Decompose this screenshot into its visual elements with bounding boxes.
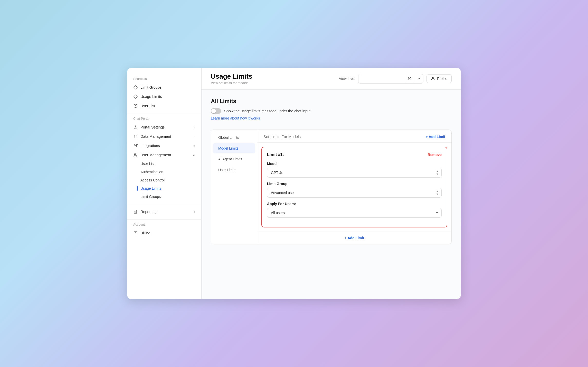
limit-group-select[interactable]: Advanced use Basic use Power user Standa… [267,188,442,198]
diamond-icon [133,85,138,90]
model-form-group: Model: GPT-4o GPT-4 GPT-3.5 Turbo Claude… [267,162,442,178]
sidebar-item-reporting[interactable]: Reporting › [127,207,201,216]
receipt-icon [133,231,138,235]
tab-user-limits[interactable]: User Limits [213,165,255,175]
limits-content: Set Limits For Models + Add Limit Limit … [257,130,451,244]
tab-model-limits[interactable]: Model Limits [213,143,255,153]
toggle-switch[interactable] [211,108,221,114]
sidebar-item-user-list[interactable]: User List [127,101,201,111]
sidebar-divider-3 [127,219,201,220]
chat-portal-label: Chat Portal [127,117,201,121]
svg-rect-5 [135,211,136,213]
model-select[interactable]: GPT-4o GPT-4 GPT-3.5 Turbo Claude 3 Gemi… [267,168,442,178]
svg-rect-4 [134,212,135,213]
chevron-right-icon-2: › [194,135,195,138]
sidebar-item-label: User List [140,104,155,108]
sub-item-label: Usage Limits [140,186,161,190]
tools-icon [133,143,138,148]
shortcuts-label: Shortcuts [127,77,201,81]
sidebar-item-data-management[interactable]: Data Management › [127,132,201,141]
svg-point-1 [135,127,136,128]
limits-content-header: Set Limits For Models + Add Limit [257,130,451,143]
remove-button[interactable]: Remove [428,153,442,157]
sidebar-item-portal-settings[interactable]: Portal Settings › [127,123,201,132]
view-live-input-group [358,74,423,84]
users-icon [133,153,138,157]
view-live-external-button[interactable] [405,74,414,83]
sidebar-item-user-management[interactable]: User Management ⌄ [127,150,201,160]
limit-number: Limit #1: [267,152,284,157]
view-live-dropdown-button[interactable] [414,74,423,83]
sidebar-item-label: Usage Limits [140,95,162,99]
sub-item-label: User List [140,162,155,166]
sidebar-sub-item-user-list[interactable]: User List [127,160,201,168]
header-title-group: Usage Limits View set limits for models [211,72,252,85]
sidebar-item-label: Data Management [140,134,171,139]
limit-card-1: Limit #1: Remove Model: GPT-4o GPT-4 GPT… [261,147,447,227]
sidebar-item-billing[interactable]: Billing [127,228,201,238]
sub-item-label: Limit Groups [140,195,161,199]
limits-tabs: Global Limits Model Limits AI Agent Limi… [211,130,257,244]
sidebar-sub-item-authentication[interactable]: Authentication [127,168,201,176]
gear-icon [133,125,138,130]
svg-point-2 [134,135,137,136]
clock-icon [133,104,138,108]
svg-rect-6 [136,210,137,213]
toggle-knob [211,109,216,113]
limits-content-title: Set Limits For Models [263,134,301,139]
account-label: Account [127,223,201,226]
sidebar-item-label: Portal Settings [140,125,165,129]
chevron-right-icon-3: › [194,144,195,148]
apply-for-form-group: Apply For Users: All users Admin only Sp… [267,202,442,218]
sidebar-item-label: User Management [140,153,171,157]
toggle-label: Show the usage limits message under the … [224,109,310,113]
tab-ai-agent-limits[interactable]: AI Agent Limits [213,154,255,164]
sidebar-item-label: Reporting [140,210,157,214]
limit-group-label: Limit Group [267,182,442,186]
learn-more-link[interactable]: Learn more about how it works [211,116,260,120]
add-limit-header-button[interactable]: + Add Limit [426,135,445,139]
model-select-wrapper: GPT-4o GPT-4 GPT-3.5 Turbo Claude 3 Gemi… [267,168,442,178]
sidebar-item-integrations[interactable]: Integrations › [127,141,201,150]
svg-point-3 [135,154,136,155]
page-body: All Limits Show the usage limits message… [202,90,461,299]
chart-icon [133,209,138,214]
diamond-icon-2 [133,94,138,99]
sidebar-sub-item-limit-groups[interactable]: Limit Groups [127,192,201,201]
bottom-add-limit-button[interactable]: + Add Limit [345,236,364,240]
main-content: Usage Limits View set limits for models … [202,68,461,299]
section-title: All Limits [211,98,452,105]
svg-point-8 [432,77,434,79]
view-live-label: View Live: [339,77,355,81]
profile-label: Profile [437,77,447,81]
sidebar-sub-item-access-control[interactable]: Access Control [127,176,201,184]
apply-for-label: Apply For Users: [267,202,442,206]
sidebar-item-limit-groups[interactable]: Limit Groups [127,83,201,92]
toggle-row: Show the usage limits message under the … [211,108,452,114]
page-subtitle: View set limits for models [211,81,252,85]
bottom-add-limit: + Add Limit [257,232,451,244]
header-right: View Live: [339,74,452,84]
limits-card: Global Limits Model Limits AI Agent Limi… [211,130,452,244]
sidebar-item-label: Billing [140,231,150,235]
sidebar-item-label: Limit Groups [140,85,162,89]
limit-group-select-wrapper: Advanced use Basic use Power user Standa… [267,188,442,198]
page-title: Usage Limits [211,72,252,80]
apply-for-select[interactable]: All users Admin only Specific group [267,208,442,218]
tab-global-limits[interactable]: Global Limits [213,132,255,143]
sidebar-item-usage-limits[interactable]: Usage Limits [127,92,201,101]
limit-card-header: Limit #1: Remove [267,152,442,157]
sidebar: Shortcuts Limit Groups Usage Limits [127,68,202,299]
view-live-input[interactable] [358,74,405,83]
sidebar-divider-2 [127,204,201,204]
sub-item-label: Authentication [140,170,163,174]
sidebar-item-label: Integrations [140,144,160,148]
apply-for-select-wrapper: All users Admin only Specific group ▼ [267,208,442,218]
limits-card-inner: Global Limits Model Limits AI Agent Limi… [211,130,451,244]
sidebar-sub-item-usage-limits[interactable]: Usage Limits [127,184,201,192]
profile-button[interactable]: Profile [426,74,452,83]
chevron-down-icon: ⌄ [193,153,195,157]
main-header: Usage Limits View set limits for models … [202,68,461,90]
sidebar-divider-1 [127,114,201,114]
sub-item-label: Access Control [140,178,165,182]
